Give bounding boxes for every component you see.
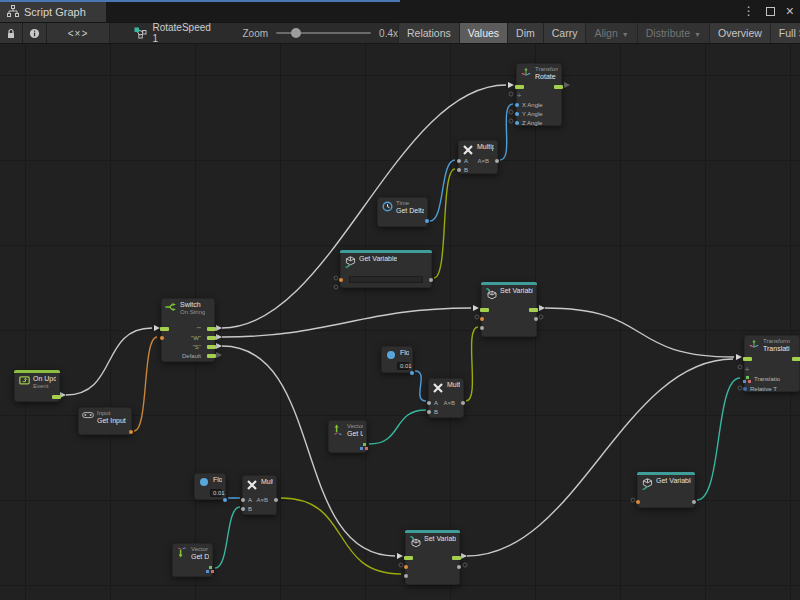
lock-button[interactable] [0, 23, 23, 43]
orange-value-port[interactable] [636, 500, 640, 504]
wire-green[interactable] [281, 498, 401, 574]
toolbar-button-full-screen[interactable]: Full Screen [770, 23, 800, 43]
unconnected-port-ring[interactable] [334, 276, 338, 280]
unconnected-port-ring[interactable] [463, 563, 467, 567]
node-get-input-string[interactable]: InputGet Input Strin [78, 407, 132, 435]
vector3-port[interactable] [743, 376, 751, 383]
gray-value-port[interactable] [427, 401, 431, 405]
toolbar-button-values[interactable]: Values [459, 23, 507, 43]
gray-value-port[interactable] [427, 410, 431, 414]
node-multiply-1[interactable]: MultiplyAA×BB [458, 140, 498, 174]
blue-value-port[interactable] [223, 498, 227, 502]
gray-value-port[interactable] [457, 565, 461, 569]
flow-port[interactable] [554, 85, 563, 89]
unconnected-port-ring[interactable] [631, 498, 635, 502]
zoom-slider-handle[interactable] [291, 28, 301, 38]
toolbar-button-align[interactable]: Align▼ [585, 23, 636, 43]
flow-port[interactable] [480, 308, 489, 312]
wire-green[interactable] [434, 169, 455, 278]
gray-value-port[interactable] [692, 500, 696, 504]
wire-flow[interactable] [545, 308, 734, 357]
maximize-icon[interactable] [766, 7, 775, 16]
orange-value-port[interactable] [480, 317, 484, 321]
node-set-variable-2[interactable]: Set Variable [405, 530, 460, 585]
node-set-variable-1[interactable]: Set Variable [481, 282, 537, 337]
wire-teal[interactable] [697, 378, 740, 500]
node-switch-on-string[interactable]: SwitchOn String"""W""S"Default [161, 298, 215, 362]
gray-value-port[interactable] [480, 326, 484, 330]
unconnected-port-ring[interactable] [475, 315, 479, 319]
node-multiply-2[interactable]: MultiplyAA×BB [428, 378, 464, 418]
blue-value-port[interactable] [515, 103, 519, 107]
flow-port[interactable] [452, 556, 461, 560]
node-get-variable-1[interactable]: Get Variable [340, 250, 432, 288]
flow-port[interactable] [52, 395, 61, 399]
wire-blue[interactable] [500, 104, 513, 160]
unconnected-port-ring[interactable] [738, 386, 742, 390]
zoom-slider[interactable] [276, 32, 371, 34]
toolbar-button-relations[interactable]: Relations [398, 23, 459, 43]
darkblue-value-port[interactable] [743, 387, 747, 391]
node-get-delta-time[interactable]: TimeGet Delta Time [377, 197, 428, 227]
orange-value-port[interactable] [404, 565, 408, 569]
gray-value-port[interactable] [534, 317, 538, 321]
transform-self-port[interactable]: + [743, 366, 751, 373]
wire-orange[interactable] [134, 337, 157, 431]
wire-green[interactable] [466, 327, 478, 401]
flow-port[interactable] [743, 357, 752, 361]
blue-value-port[interactable] [515, 121, 519, 125]
wire-teal[interactable] [369, 410, 426, 444]
unconnected-port-ring[interactable] [738, 365, 742, 369]
kebab-menu-icon[interactable]: ⋮ [743, 4, 755, 18]
gray-value-port[interactable] [241, 507, 245, 511]
close-icon[interactable]: × [786, 4, 794, 18]
info-button[interactable] [23, 23, 46, 43]
node-get-variable-2[interactable]: Get Variable [637, 472, 695, 508]
wire-blue[interactable] [430, 160, 455, 221]
wire-flow[interactable] [66, 328, 152, 395]
gray-value-port[interactable] [457, 159, 461, 163]
toolbar-button-dim[interactable]: Dim [507, 23, 543, 43]
flow-port[interactable] [792, 357, 800, 361]
flow-port[interactable] [207, 336, 216, 340]
toolbar-button-carry[interactable]: Carry [543, 23, 586, 43]
gray-value-port[interactable] [461, 401, 465, 405]
wire-teal[interactable] [215, 507, 240, 568]
toolbar-button-overview[interactable]: Overview [709, 23, 770, 43]
gray-value-port[interactable] [495, 159, 499, 163]
tab-script-graph[interactable]: Script Graph [0, 2, 106, 22]
unconnected-port-ring[interactable] [539, 315, 543, 319]
wire-flow[interactable] [222, 308, 471, 337]
variable-name-field[interactable] [349, 276, 423, 283]
node-rotate[interactable]: TransformRotate+X AngleY AngleZ Angle [516, 63, 562, 126]
wire-blue[interactable] [415, 371, 426, 401]
node-get-down[interactable]: Vector 3Get Down [172, 543, 213, 577]
node-get-up[interactable]: Vector 3Get Up [328, 420, 367, 453]
blue-value-port[interactable] [425, 219, 429, 223]
gray-value-port[interactable] [404, 574, 408, 578]
breadcrumb[interactable]: RotateSpeed 1 [124, 23, 226, 43]
toolbar-button-distribute[interactable]: Distribute▼ [637, 23, 709, 43]
node-translate[interactable]: TransformTranslati+TranslatioRelative T [744, 335, 800, 392]
unconnected-port-ring[interactable] [509, 119, 513, 123]
flow-port[interactable] [207, 345, 216, 349]
unconnected-port-ring[interactable] [334, 285, 338, 289]
flow-port[interactable] [404, 556, 413, 560]
flow-port[interactable] [207, 327, 216, 331]
unconnected-port-ring[interactable] [509, 92, 513, 96]
gray-value-port[interactable] [274, 498, 278, 502]
node-on-update[interactable]: On UpdateEvent [14, 370, 60, 402]
orange-value-port[interactable] [160, 336, 164, 340]
gray-value-port[interactable] [241, 498, 245, 502]
orange-value-port[interactable] [339, 278, 343, 282]
edit-source-button[interactable]: <×> [47, 23, 111, 43]
graph-canvas[interactable]: On UpdateEventInputGet Input StrinSwitch… [0, 44, 800, 600]
blue-value-port[interactable] [515, 112, 519, 116]
orange-value-port[interactable] [129, 430, 133, 434]
node-multiply-3[interactable]: MultiplyAA×BB [242, 475, 277, 515]
flow-port[interactable] [529, 308, 538, 312]
vector3-port[interactable] [360, 443, 368, 450]
node-float-2[interactable]: Float0.01 [194, 473, 226, 500]
flow-port[interactable] [160, 327, 169, 331]
flow-port[interactable] [207, 354, 216, 358]
